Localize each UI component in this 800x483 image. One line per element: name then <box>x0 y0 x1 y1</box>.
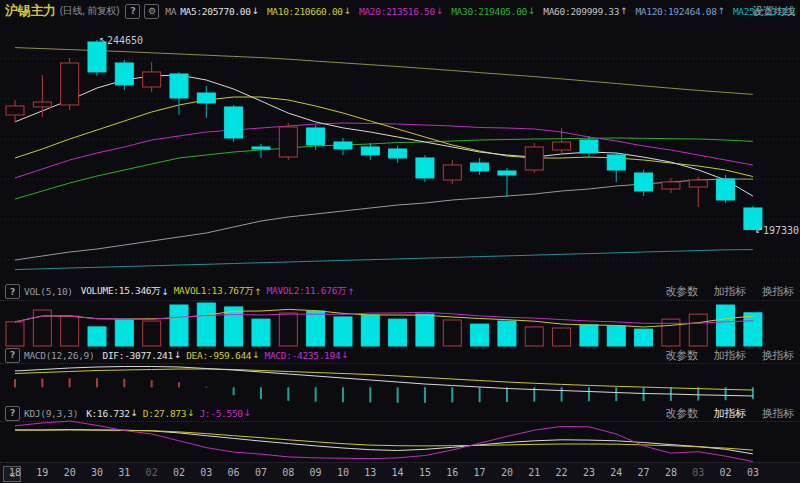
main-candlestick-chart[interactable]: ↖244650↙197330 <box>0 22 800 283</box>
mavol2-value: MAVOL2:11.676万↑ <box>267 285 356 298</box>
price-annotation: 244650 <box>107 35 143 46</box>
date-label: 31 <box>118 467 130 478</box>
date-label: 08 <box>282 467 294 478</box>
panel-actions: 改参数 加指标 换指标 <box>666 348 794 363</box>
price-annotation-arrow: ↖ <box>99 35 107 45</box>
ma20-value: MA20:213516.50↓ <box>359 6 444 17</box>
down-arrow-icon: ↓ <box>344 6 351 16</box>
date-label: 22 <box>556 467 568 478</box>
down-arrow-icon: ↓ <box>436 6 443 16</box>
date-label: 02 <box>173 467 185 478</box>
date-label: 16 <box>446 467 458 478</box>
date-label: 06 <box>228 467 240 478</box>
ma10-value: MA10:210660.00↓ <box>267 6 352 17</box>
date-label: 10 <box>337 467 349 478</box>
down-arrow-icon: ↓ <box>252 6 259 16</box>
switch-indicator-link[interactable]: 换指标 <box>762 284 794 299</box>
date-label: 03 <box>692 467 704 478</box>
macd-chart[interactable] <box>0 363 800 406</box>
help-icon[interactable]: ? <box>125 4 140 19</box>
date-label: 28 <box>665 467 677 478</box>
down-arrow-icon: ↓ <box>131 408 138 418</box>
date-label: 09 <box>310 467 322 478</box>
ma120-value: MA120:192464.08↑ <box>635 6 726 17</box>
date-label: 15 <box>419 467 431 478</box>
price-annotation-arrow: ↙ <box>755 225 763 235</box>
date-label: 23 <box>583 467 595 478</box>
volume-panel-header: ? VOL(5,10) VOLUME:15.346万↓ MAVOL1:13.76… <box>0 283 800 300</box>
add-indicator-link[interactable]: 加指标 <box>714 348 746 363</box>
k-value: K:16.732↓ <box>86 408 139 419</box>
add-indicator-link[interactable]: 加指标 <box>714 406 746 421</box>
down-arrow-icon: ↓ <box>244 408 251 418</box>
down-arrow-icon: ↓ <box>252 350 259 360</box>
help-icon[interactable]: ? <box>5 348 20 363</box>
date-label: 17 <box>474 467 486 478</box>
instrument-title: 沪锡主力 <box>5 2 56 20</box>
price-annotation: 197330 <box>763 225 799 236</box>
date-label: 21 <box>528 467 540 478</box>
date-label: 20 <box>501 467 513 478</box>
up-arrow-icon: ↑ <box>347 287 354 297</box>
date-label: 24 <box>610 467 622 478</box>
date-label: 20 <box>64 467 76 478</box>
date-label: 03 <box>200 467 212 478</box>
chart-mode-label: (日线, 前复权) <box>60 4 120 18</box>
kdj-chart[interactable] <box>0 421 800 463</box>
date-label: 13 <box>364 467 376 478</box>
ma5-value: MA5:205770.00↓ <box>180 6 260 17</box>
change-params-link[interactable]: 改参数 <box>666 348 698 363</box>
date-label: 14 <box>392 467 404 478</box>
down-arrow-icon: ↓ <box>187 408 194 418</box>
macd-panel-header: ? MACD(12,26,9) DIF:-3077.241↓ DEA:-959.… <box>0 347 800 363</box>
ma-group-label: MA <box>165 6 176 17</box>
help-icon[interactable]: ? <box>5 284 20 299</box>
dif-value: DIF:-3077.241↓ <box>102 350 182 361</box>
up-arrow-icon: ↑ <box>718 6 725 16</box>
change-params-link[interactable]: 改参数 <box>666 406 698 421</box>
indicator-name: KDJ(9,3,3) <box>24 408 78 419</box>
kline-chart-window: 沪锡主力 (日线, 前复权) ? ⚙ MA MA5:205770.00↓ MA1… <box>0 0 800 483</box>
down-arrow-icon: ↓ <box>161 287 168 297</box>
down-arrow-icon: ↓ <box>341 350 348 360</box>
d-value: D:27.873↓ <box>143 408 196 419</box>
gear-icon[interactable]: ⚙ <box>144 4 159 19</box>
down-arrow-icon: ↓ <box>528 6 535 16</box>
volume-value: VOLUME:15.346万↓ <box>81 285 170 298</box>
ma-values-row: MA5:205770.00↓ MA10:210660.00↓ MA20:2135… <box>180 6 795 17</box>
ma-settings-link[interactable]: 设置均线 <box>752 4 795 19</box>
kdj-panel-header: ? KDJ(9,3,3) K:16.732↓ D:27.873↓ J:-5.55… <box>0 405 800 421</box>
chart-header: 沪锡主力 (日线, 前复权) ? ⚙ MA MA5:205770.00↓ MA1… <box>0 0 800 22</box>
indicator-name: MACD(12,26,9) <box>24 350 94 361</box>
date-label: 02 <box>720 467 732 478</box>
j-value: J:-5.550↓ <box>199 408 252 419</box>
panel-actions: 改参数 加指标 换指标 <box>666 284 794 299</box>
change-params-link[interactable]: 改参数 <box>666 284 698 299</box>
mavol1-value: MAVOL1:13.767万↑ <box>174 285 263 298</box>
up-arrow-icon: ↑ <box>254 287 261 297</box>
switch-indicator-link[interactable]: 换指标 <box>762 406 794 421</box>
volume-chart[interactable] <box>0 300 800 348</box>
switch-indicator-link[interactable]: 换指标 <box>762 348 794 363</box>
down-arrow-icon: ↓ <box>174 350 181 360</box>
help-icon[interactable]: ? <box>5 406 20 421</box>
dea-value: DEA:-959.644↓ <box>186 350 260 361</box>
date-label: 18 <box>9 467 21 478</box>
date-label: 30 <box>91 467 103 478</box>
panel-actions: 改参数 加指标 换指标 <box>666 406 794 421</box>
indicator-name: VOL(5,10) <box>24 286 73 297</box>
macd-value: MACD:-4235.194↓ <box>264 350 349 361</box>
ma60-value: MA60:209999.33↑ <box>543 6 628 17</box>
ma30-value: MA30:219405.00↓ <box>451 6 536 17</box>
date-label: 02 <box>146 467 158 478</box>
date-label: 07 <box>255 467 267 478</box>
date-label: 19 <box>36 467 48 478</box>
up-arrow-icon: ↑ <box>620 6 627 16</box>
date-label: 03 <box>747 467 759 478</box>
date-axis: « 18192030310202030607080910131415161720… <box>0 462 800 483</box>
add-indicator-link[interactable]: 加指标 <box>714 284 746 299</box>
date-label: 27 <box>638 467 650 478</box>
